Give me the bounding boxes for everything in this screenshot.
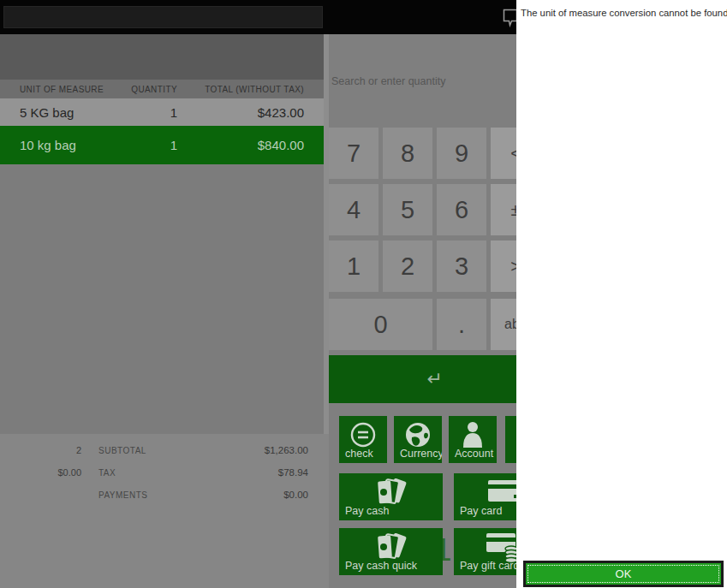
dimmed-app-area: UNIT OF MEASURE QUANTITY TOTAL (WITHOUT … (0, 0, 516, 588)
enter-icon: ↵ (426, 368, 442, 390)
col-header-unit-of-measure: UNIT OF MEASURE (0, 85, 105, 94)
items-count: 2 (0, 445, 81, 455)
check-button[interactable]: check (339, 416, 387, 463)
receipt-empty-area (0, 164, 324, 434)
command-bar-input[interactable] (3, 6, 323, 28)
enter-button[interactable]: ↵ (329, 355, 516, 403)
tax-label: TAX (81, 468, 210, 478)
totals-panel: 2 SUBTOTAL $1,263.00 $0.00 TAX $78.94 PA… (0, 434, 329, 588)
banknotes-icon (372, 477, 411, 508)
credit-card-icon (486, 477, 516, 504)
numpad-key-abc[interactable]: abc (491, 299, 516, 350)
payments-value: $0.00 (210, 490, 308, 500)
numpad-key-2[interactable]: 2 (383, 241, 432, 292)
currency-button[interactable]: Currency (394, 416, 442, 463)
pay-cash-quick-button[interactable]: Pay cash quick (339, 528, 443, 575)
line-qty: 1 (105, 105, 177, 120)
payments-label: PAYMENTS (81, 490, 210, 500)
subtotal-line: 2 SUBTOTAL $1,263.00 (0, 439, 329, 461)
line-uom: 5 KG bag (0, 105, 105, 120)
chat-icon[interactable] (503, 9, 516, 27)
tile-label: Pay cash quick (345, 560, 417, 572)
uom-error-dialog: The unit of measure conversion cannot be… (516, 0, 727, 588)
numpad-key-6[interactable]: 6 (437, 184, 486, 235)
numpad-key-8[interactable]: 8 (383, 128, 432, 179)
account-button[interactable]: Account (449, 416, 497, 463)
numpad-key-5[interactable]: 5 (383, 184, 432, 235)
banknotes-icon (372, 532, 411, 562)
receipt-line-item-selected[interactable]: 10 kg bag 1 $840.00 (0, 126, 324, 164)
line-total: $423.00 (177, 105, 324, 120)
receipt-header-row: UNIT OF MEASURE QUANTITY TOTAL (WITHOUT … (0, 80, 324, 98)
pay-card-button[interactable]: Pay card (454, 473, 516, 520)
line-total: $840.00 (177, 138, 324, 152)
pay-cash-button[interactable]: Pay cash (339, 473, 443, 520)
tile-label: Pay gift card (460, 560, 516, 572)
subtotal-label: SUBTOTAL (81, 446, 210, 455)
circle-equals-icon (349, 420, 378, 449)
line-uom: 10 kg bag (0, 138, 105, 152)
pay-gift-card-button[interactable]: Pay gift card (454, 528, 516, 575)
numpad-key-next[interactable]: > (491, 241, 516, 292)
tile-label: Pay cash (345, 505, 389, 517)
numpad-key-0[interactable]: 0 (329, 299, 432, 350)
payments-line: PAYMENTS $0.00 (0, 484, 329, 506)
numpad-key-decimal[interactable]: . (437, 299, 486, 350)
clipped-action-button[interactable] (505, 416, 516, 463)
pos-app: UNIT OF MEASURE QUANTITY TOTAL (WITHOUT … (0, 0, 727, 588)
tile-label: Pay card (460, 505, 502, 517)
globe-icon (402, 420, 433, 451)
col-header-total: TOTAL (WITHOUT TAX) (177, 85, 324, 94)
search-quantity-input[interactable]: Search or enter quantity (331, 75, 445, 87)
numpad-key-7[interactable]: 7 (329, 128, 378, 179)
subtotal-value: $1,263.00 (210, 445, 308, 455)
receipt-panel-top (0, 34, 324, 80)
numpad-key-plusminus[interactable]: ± (491, 184, 516, 235)
numpad-key-backspace[interactable]: < (491, 128, 516, 179)
person-icon (459, 420, 486, 451)
line-qty: 1 (105, 138, 177, 152)
ok-button[interactable]: OK (523, 561, 724, 587)
tax-line: $0.00 TAX $78.94 (0, 461, 329, 484)
tax-left-value: $0.00 (0, 467, 81, 478)
receipt-line-item[interactable]: 5 KG bag 1 $423.00 (0, 98, 324, 126)
tile-label: Currency (400, 448, 442, 460)
dialog-message: The unit of measure conversion cannot be… (521, 8, 727, 18)
numpad-key-9[interactable]: 9 (437, 128, 486, 179)
tile-label: check (345, 448, 373, 460)
tile-label: Account (455, 448, 493, 460)
numpad-key-4[interactable]: 4 (329, 184, 378, 235)
numpad-key-1[interactable]: 1 (329, 241, 378, 292)
numpad-key-3[interactable]: 3 (437, 241, 486, 292)
tax-value: $78.94 (210, 467, 308, 478)
col-header-quantity: QUANTITY (105, 85, 177, 94)
